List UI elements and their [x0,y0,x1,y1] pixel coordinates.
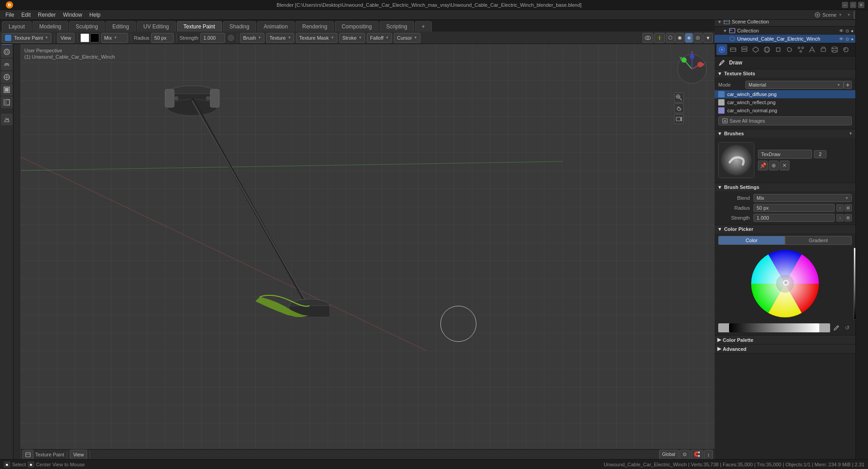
tab-add[interactable]: + [415,21,432,32]
copy-color-btn[interactable]: ↺ [843,323,852,332]
rendered-btn[interactable]: ◎ [693,33,702,43]
bg-color[interactable] [90,33,99,42]
tab-animation[interactable]: Animation [257,21,295,32]
radius-input[interactable]: 50 px [151,33,174,43]
color-tab[interactable]: Color [718,236,785,245]
col-render[interactable]: ● [851,28,854,33]
vp-proportional[interactable]: ⊙ [679,450,690,460]
color-picker-header[interactable]: ▼ Color Picker [715,225,855,233]
prop-particles[interactable] [795,44,806,55]
color-palette-header[interactable]: ▶ Color Palette [715,336,855,344]
mode-dropdown[interactable]: Texture Paint [2,33,51,43]
nav-camera[interactable] [674,114,684,124]
prop-physics[interactable] [807,44,817,55]
stroke-dropdown[interactable]: Stroke [339,33,365,43]
radius-icon-2[interactable]: ⊠ [845,204,852,212]
brushes-header[interactable]: ▼ Brushes ▼ [715,129,855,138]
add-texture-btn[interactable]: + [844,81,852,89]
annotate-tool[interactable] [1,114,13,125]
blend-dropdown[interactable]: Mix [101,33,128,43]
prop-data[interactable] [829,44,840,55]
solid-btn[interactable]: ◉ [675,33,684,43]
col-eye[interactable]: 👁 [839,28,844,33]
prop-object[interactable] [773,44,784,55]
obj-eye[interactable]: 👁 [839,37,844,41]
obj-cam[interactable]: ⊙ [845,37,849,41]
brush-number-input[interactable] [814,150,826,158]
eyedropper-btn[interactable] [832,323,841,332]
strength-icon-2[interactable]: ⊠ [845,214,852,221]
brush-settings-header[interactable]: ▼ Brush Settings [715,183,855,191]
view-layer-selector[interactable]: ▼ [845,13,851,17]
texture-dropdown[interactable]: Texture [266,33,294,43]
material-btn[interactable]: ◈ [685,33,693,43]
tab-uv-editing[interactable]: UV Editing [137,21,176,32]
collection-item[interactable]: ▼ Collection 👁 ⊙ ● [715,27,855,35]
texture-item-1[interactable]: car_winch_reflect.png [715,98,855,106]
texture-slots-header[interactable]: ▼ Texture Slots [715,69,855,78]
prop-constraints[interactable] [818,44,829,55]
scene-selector[interactable]: Scene ▼ [814,12,842,18]
navigation-gizmo[interactable]: X Y Z [674,49,710,124]
falloff-dropdown[interactable]: Falloff [367,33,392,43]
prop-scene[interactable] [750,44,761,55]
minimize-btn[interactable]: ─ [842,2,848,8]
radius-input-bs[interactable]: 50 px [753,204,835,212]
strength-circle[interactable] [228,35,234,41]
col-cam[interactable]: ⊙ [845,28,849,33]
strength-input[interactable]: 1.000 [200,33,225,43]
prop-world[interactable] [762,44,772,55]
texture-item-2[interactable]: car_winch_normal.png [715,106,855,115]
close-btn[interactable]: ✕ [858,2,864,8]
cursor-dropdown[interactable]: Cursor [394,33,420,43]
viewport-settings-btn[interactable]: ▼ [703,33,713,43]
smear-tool[interactable] [1,59,13,70]
menu-edit[interactable]: Edit [18,11,34,19]
fill-tool[interactable] [1,84,13,96]
menu-render[interactable]: Render [34,11,59,19]
tab-modeling[interactable]: Modeling [32,21,68,32]
brush-dropdown[interactable]: Brush [240,33,265,43]
brush-copy-btn[interactable]: ⊕ [769,161,779,170]
save-all-btn[interactable]: Save All Images [718,116,852,125]
vp-local-view[interactable]: Global [659,450,679,460]
nav-hand[interactable] [674,103,684,113]
prop-output[interactable] [728,44,739,55]
overlay-btn[interactable] [642,33,653,43]
vp-view-menu[interactable]: View [70,450,87,460]
tab-scripting[interactable]: Scripting [379,21,414,32]
menu-help[interactable]: Help [86,11,104,19]
tab-rendering[interactable]: Rendering [295,21,334,32]
wireframe-btn[interactable]: ⬡ [666,33,675,43]
radius-icon-1[interactable]: ↕ [836,204,844,212]
tab-compositing[interactable]: Compositing [335,21,379,32]
vp-transform[interactable]: ↕ [704,450,713,460]
view-btn[interactable]: View [57,33,74,43]
blend-dropdown[interactable]: Mix ▼ [753,194,852,202]
brush-name-input[interactable] [758,150,812,159]
tab-texture-paint[interactable]: Texture Paint [177,21,222,32]
obj-render[interactable]: ● [851,37,854,41]
color-wheel[interactable] [749,248,821,320]
vp-snap[interactable]: 🧲 [691,450,703,460]
menu-window[interactable]: Window [59,11,86,19]
brush-delete-btn[interactable]: ✕ [780,161,790,170]
maximize-btn[interactable]: □ [850,2,856,8]
soften-tool[interactable] [1,46,13,58]
advanced-header[interactable]: ▶ Advanced [715,345,855,353]
menu-file[interactable]: File [2,11,18,19]
mask-tool[interactable] [1,97,13,108]
strength-input-bs[interactable]: 1.000 [753,214,835,222]
mode-value-dropdown[interactable]: Material ▼ [745,81,844,89]
clone-tool[interactable] [1,71,13,83]
nav-zoom[interactable] [674,92,684,102]
object-item[interactable]: Unwound_Cable_Car_Electric_Winch 👁 ⊙ ● [715,35,855,43]
vp-editor-type[interactable] [23,450,33,460]
viewport-3d[interactable]: User Perspective (1) Unwound_Cable_Car_E… [21,44,715,459]
prop-modifier[interactable] [784,44,795,55]
tab-shading[interactable]: Shading [223,21,256,32]
tab-layout[interactable]: Layout [2,21,32,32]
texture-item-0[interactable]: car_winch_diffuse.png [715,90,855,98]
gizmo-btn[interactable] [654,33,665,43]
gradient-tab[interactable]: Gradient [785,236,852,245]
